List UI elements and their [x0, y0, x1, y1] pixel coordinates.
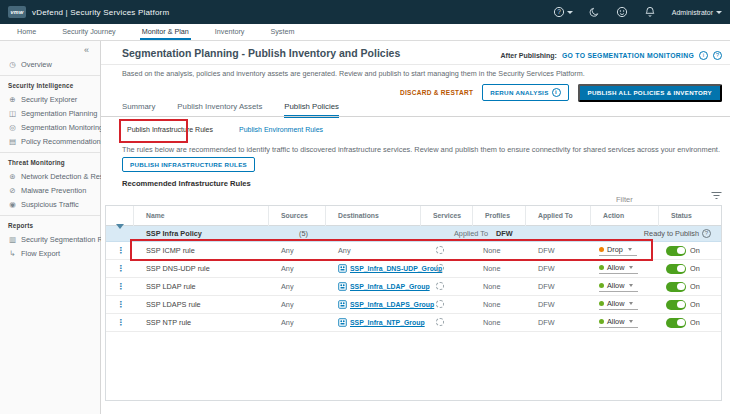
help-icon[interactable]: ? — [713, 51, 722, 60]
status-toggle[interactable] — [666, 264, 686, 274]
column-header-profiles: Profiles — [473, 206, 526, 226]
drag-handle-icon[interactable]: ⋮ — [117, 300, 125, 309]
sidebar-item-suspicious-traffic[interactable]: ◉ Suspicious Traffic — [0, 197, 100, 211]
sidebar-section-security-intelligence: Security Intelligence — [0, 80, 100, 92]
service-icon[interactable] — [436, 318, 444, 326]
column-header-destinations: Destinations — [326, 206, 421, 226]
column-header-applied-to: Applied To — [526, 206, 591, 226]
network-icon: ⊛ — [8, 172, 17, 181]
rule-sources: Any — [281, 318, 294, 327]
after-publishing: After Publishing: GO TO SEGMENTATION MON… — [501, 51, 722, 60]
info-icon[interactable]: i — [699, 51, 708, 60]
status-toggle[interactable] — [666, 246, 686, 256]
subtab-publish-environment-rules[interactable]: Publish Environment Rules — [239, 126, 323, 133]
user-menu[interactable]: Administrator — [672, 9, 722, 16]
filter-field — [614, 188, 702, 206]
rule-profiles: None — [483, 282, 500, 291]
traffic-icon: ◉ — [8, 200, 17, 209]
chevron-down-icon — [567, 11, 573, 14]
status-label: On — [690, 246, 700, 255]
go-to-segmentation-monitoring-link[interactable]: GO TO SEGMENTATION MONITORING — [562, 52, 694, 59]
sidebar-item-network-detection[interactable]: ⊛ Network Detection & Res... — [0, 169, 100, 183]
action-label: Allow — [607, 281, 624, 290]
status-label: On — [690, 318, 700, 327]
table-row: ⋮ SSP NTP rule Any SSP_Infra_NTP_Group N… — [106, 314, 721, 332]
service-icon[interactable] — [436, 282, 444, 290]
publish-all-button[interactable]: PUBLISH ALL POLICIES & INVENTORY — [578, 84, 722, 102]
divider — [101, 116, 730, 117]
table-title: Recommended Infrastructure Rules — [122, 179, 251, 188]
status-toggle[interactable] — [666, 318, 686, 328]
rule-name: SSP DNS-UDP rule — [146, 264, 210, 273]
chevron-down-icon — [716, 11, 722, 14]
nav-inventory[interactable]: Inventory — [213, 24, 247, 40]
sidebar-section-threat-monitoring: Threat Monitoring — [0, 157, 100, 169]
policy-status: Ready to Publish ? — [591, 229, 721, 238]
dark-mode-icon[interactable] — [589, 7, 600, 18]
publish-infrastructure-rules-button[interactable]: PUBLISH INFRASTRUCTURE RULES — [122, 157, 255, 172]
action-status-dot — [599, 319, 604, 324]
nav-security-journey[interactable]: Security Journey — [60, 24, 118, 40]
export-icon: ↳ — [8, 249, 17, 258]
destination-group-link[interactable]: SSP_Infra_LDAP_Group — [350, 283, 430, 290]
action-select[interactable]: Allow — [599, 281, 638, 293]
chevron-down-icon[interactable] — [116, 224, 124, 238]
feedback-icon[interactable] — [616, 6, 628, 18]
action-label: Allow — [607, 299, 624, 308]
table-header: Name Sources Destinations Services Profi… — [106, 206, 721, 226]
sidebar-item-overview[interactable]: ◷ Overview — [0, 57, 100, 71]
notifications-bell-icon[interactable] — [644, 6, 656, 18]
service-icon[interactable] — [436, 300, 444, 308]
sidebar-item-malware-prevention[interactable]: ⊘ Malware Prevention — [0, 183, 100, 197]
nav-system[interactable]: System — [268, 24, 296, 40]
rule-profiles: None — [483, 264, 500, 273]
nav-monitor-and-plan[interactable]: Monitor & Plan — [140, 24, 191, 40]
action-select[interactable]: Allow — [599, 263, 638, 275]
rule-name: SSP LDAPS rule — [146, 300, 201, 309]
column-header-sources: Sources — [269, 206, 326, 226]
chevron-down-icon — [629, 302, 633, 305]
service-icon[interactable] — [436, 264, 444, 272]
sidebar-item-segmentation-planning[interactable]: ◫ Segmentation Planning — [0, 106, 100, 120]
rule-profiles: None — [483, 300, 500, 309]
discard-restart-button[interactable]: DISCARD & RESTART — [400, 89, 473, 96]
action-select[interactable]: Allow — [599, 299, 638, 311]
app-header: vmw vDefend | Security Services Platform… — [0, 0, 730, 24]
help-icon[interactable]: ? — [702, 229, 711, 238]
drag-handle-icon[interactable]: ⋮ — [117, 264, 125, 273]
nav-home[interactable]: Home — [15, 24, 38, 40]
action-select[interactable]: Allow — [599, 317, 638, 329]
drag-handle-icon[interactable]: ⋮ — [117, 246, 125, 255]
status-label: On — [690, 300, 700, 309]
destination-group-link[interactable]: SSP_Infra_NTP_Group — [350, 319, 425, 326]
sidebar-item-security-explorer[interactable]: ⊕ Security Explorer — [0, 92, 100, 106]
divider — [101, 64, 730, 65]
help-menu-icon[interactable]: ? — [553, 6, 573, 18]
sidebar-collapse-icon[interactable]: « — [0, 44, 100, 57]
sidebar-item-security-segmentation-report[interactable]: ▥ Security Segmentation R... — [0, 232, 100, 246]
rerun-analysis-button[interactable]: RERUN ANALYSIS i — [482, 84, 568, 101]
action-status-dot — [599, 301, 604, 306]
action-label: Allow — [607, 263, 624, 272]
report-icon: ▥ — [8, 235, 17, 244]
policy-applied-to: Applied To DFW — [326, 229, 526, 238]
rule-applied-to: DFW — [538, 264, 555, 273]
group-icon — [338, 264, 347, 273]
status-toggle[interactable] — [666, 300, 686, 310]
drag-handle-icon[interactable]: ⋮ — [117, 282, 125, 291]
sidebar-item-policy-recommendations[interactable]: ▤ Policy Recommendations — [0, 134, 100, 148]
rule-sources: Any — [281, 264, 294, 273]
page-title: Segmentation Planning - Publish Inventor… — [122, 47, 400, 59]
page-description: Based on the analysis, policies and inve… — [122, 69, 585, 78]
sidebar-item-flow-export[interactable]: ↳ Flow Export — [0, 246, 100, 260]
policy-name: SSP Infra Policy — [134, 229, 269, 238]
rule-applied-to: DFW — [538, 300, 555, 309]
sidebar-item-segmentation-monitoring[interactable]: ◎ Segmentation Monitoring — [0, 120, 100, 134]
main-content: Segmentation Planning - Publish Inventor… — [101, 41, 730, 414]
drag-handle-icon[interactable]: ⋮ — [117, 318, 125, 327]
after-publishing-label: After Publishing: — [501, 52, 557, 59]
annotation-ssp-icmp-rule-row — [130, 239, 653, 261]
filter-funnel-icon[interactable] — [711, 191, 722, 201]
status-toggle[interactable] — [666, 282, 686, 292]
page-actions: DISCARD & RESTART RERUN ANALYSIS i PUBLI… — [400, 85, 722, 100]
